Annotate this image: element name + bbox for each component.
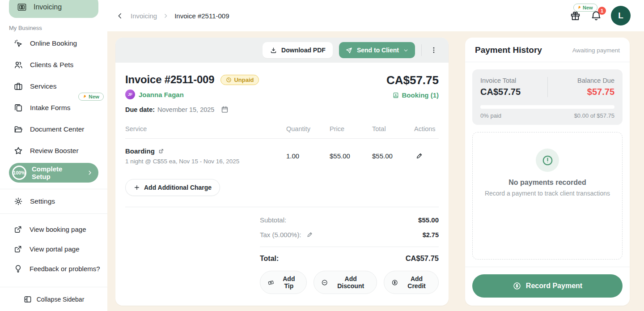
sidebar-item-invoicing-active[interactable]: Invoicing xyxy=(9,0,98,18)
sidebar-item-online-booking[interactable]: Online Booking xyxy=(0,33,107,54)
balance-due-value: $57.75 xyxy=(548,87,615,97)
sidebar-item-label: View portal page xyxy=(30,245,79,253)
record-payment-button[interactable]: Record Payment xyxy=(472,274,623,298)
external-link-icon[interactable] xyxy=(158,148,164,154)
collapse-sidebar-label: Collapse Sidebar xyxy=(37,296,85,303)
external-link-icon xyxy=(13,244,23,254)
sidebar-item-label: Online Booking xyxy=(30,39,77,47)
client-name-link[interactable]: Joanna Fagan xyxy=(139,91,184,98)
plus-icon xyxy=(134,184,140,191)
sidebar-item-label: Clients & Pets xyxy=(30,61,73,69)
send-to-client-button[interactable]: Send to Client xyxy=(339,42,415,58)
sidebar-item-label: Document Center xyxy=(30,125,84,133)
add-tip-button[interactable]: Add Tip xyxy=(260,271,307,294)
sidebar-item-label: View booking page xyxy=(30,226,86,233)
calendar-icon[interactable] xyxy=(220,105,229,114)
pencil-icon[interactable] xyxy=(306,231,314,239)
flame-icon xyxy=(576,5,581,10)
col-header-service: Service xyxy=(125,125,286,132)
download-pdf-button[interactable]: Download PDF xyxy=(263,42,333,58)
sidebar-item-label: Feedback or problems? xyxy=(30,265,100,273)
sidebar-item-label: Settings xyxy=(30,197,55,205)
breadcrumb: Invoicing Invoice #2511-009 xyxy=(115,11,569,21)
sidebar-link-booking-page[interactable]: View booking page xyxy=(0,219,107,239)
divider xyxy=(0,189,107,189)
payments-empty-state: No payments recorded Record a payment to… xyxy=(472,132,623,260)
sidebar-item-settings[interactable]: Settings xyxy=(0,191,107,212)
sidebar: Invoicing My Business Online Booking Cli… xyxy=(0,0,107,311)
tip-money-icon xyxy=(267,279,274,286)
payment-history-panel: Payment History Awaiting payment Invoice… xyxy=(465,38,630,306)
due-date-label: Due date: xyxy=(125,106,155,113)
tax-label: Tax (5.000%): xyxy=(260,231,301,239)
edit-line-item-button[interactable] xyxy=(414,151,424,161)
booking-book-icon xyxy=(392,92,399,99)
divider xyxy=(0,213,107,214)
subtotal-value: $55.00 xyxy=(418,216,439,224)
invoice-total-label: Invoice Total xyxy=(480,77,547,84)
flame-icon xyxy=(82,94,87,99)
user-avatar[interactable]: L xyxy=(611,6,631,26)
invoice-banknote-icon xyxy=(17,2,27,13)
tax-value: $2.75 xyxy=(423,231,439,239)
back-button[interactable] xyxy=(115,11,125,21)
collapse-panel-icon xyxy=(23,295,32,304)
table-row: Boarding 1 night @ C$55 ea, Nov 15 - Nov… xyxy=(125,139,439,167)
briefcase-icon xyxy=(13,81,23,91)
booking-link[interactable]: Booking (1) xyxy=(392,91,439,99)
breadcrumb-parent[interactable]: Invoicing xyxy=(131,12,157,20)
paid-fraction-label: $0.00 of $57.75 xyxy=(574,112,614,119)
col-header-quantity: Quantity xyxy=(286,125,330,132)
service-quantity: 1.00 xyxy=(286,152,330,160)
due-date-value: November 15, 2025 xyxy=(157,106,214,113)
breadcrumb-current: Invoice #2511-009 xyxy=(174,12,229,20)
pencil-icon xyxy=(415,152,424,160)
dollar-circle-icon xyxy=(391,279,398,286)
sidebar-item-document-center[interactable]: Document Center xyxy=(0,119,107,140)
add-additional-charge-button[interactable]: Add Additional Charge xyxy=(125,179,220,196)
gift-button[interactable]: New xyxy=(569,10,581,22)
dollar-coin-icon xyxy=(513,281,521,290)
sidebar-item-intake-forms[interactable]: Intake Forms New xyxy=(0,97,107,119)
col-header-actions: Actions xyxy=(414,125,439,132)
more-options-button[interactable] xyxy=(428,44,440,56)
sidebar-item-label: Intake Forms xyxy=(30,104,70,112)
external-link-icon xyxy=(13,225,23,234)
add-credit-button[interactable]: Add Credit xyxy=(384,271,439,294)
add-discount-button[interactable]: Add Discount xyxy=(314,271,377,294)
service-price: $55.00 xyxy=(330,152,372,160)
send-icon xyxy=(345,47,353,54)
subtotal-label: Subtotal: xyxy=(260,216,286,224)
total-label: Total: xyxy=(260,255,279,263)
new-badge: New xyxy=(78,93,104,101)
notification-count-badge: 1 xyxy=(598,7,606,15)
folder-icon xyxy=(13,124,23,134)
percent-paid-label: 0% paid xyxy=(480,112,501,119)
sidebar-section-label: My Business xyxy=(9,25,107,31)
collapse-sidebar-button[interactable]: Collapse Sidebar xyxy=(0,287,107,311)
chevron-right-icon xyxy=(163,13,169,19)
download-icon xyxy=(270,47,277,54)
alert-circle-icon xyxy=(536,149,559,172)
lightbulb-icon xyxy=(13,264,23,273)
chevron-left-icon xyxy=(116,12,124,20)
service-detail: 1 night @ C$55 ea, Nov 15 - Nov 16, 2025 xyxy=(125,158,286,165)
complete-setup-button[interactable]: 100% Complete Setup xyxy=(9,163,98,183)
payment-history-title: Payment History xyxy=(475,45,542,55)
service-total: $55.00 xyxy=(372,152,414,160)
total-value: CA$57.75 xyxy=(406,254,439,263)
sidebar-item-clients-pets[interactable]: Clients & Pets xyxy=(0,54,107,76)
clock-icon xyxy=(226,77,232,83)
notifications-button[interactable]: 1 xyxy=(590,10,602,21)
sidebar-item-label: Invoicing xyxy=(34,3,62,11)
client-avatar: JF xyxy=(125,89,135,99)
cursor-click-icon xyxy=(13,38,23,48)
payment-progress-bar xyxy=(480,105,614,109)
sidebar-item-review-booster[interactable]: Review Booster xyxy=(0,140,107,162)
empty-state-subtitle: Record a payment to track client transac… xyxy=(485,190,610,197)
sidebar-link-feedback[interactable]: Feedback or problems? xyxy=(0,259,107,278)
minus-circle-icon xyxy=(321,279,328,286)
invoice-toolbar: Download PDF Send to Client xyxy=(115,38,449,63)
pages-icon xyxy=(13,103,23,113)
sidebar-link-portal-page[interactable]: View portal page xyxy=(0,239,107,259)
